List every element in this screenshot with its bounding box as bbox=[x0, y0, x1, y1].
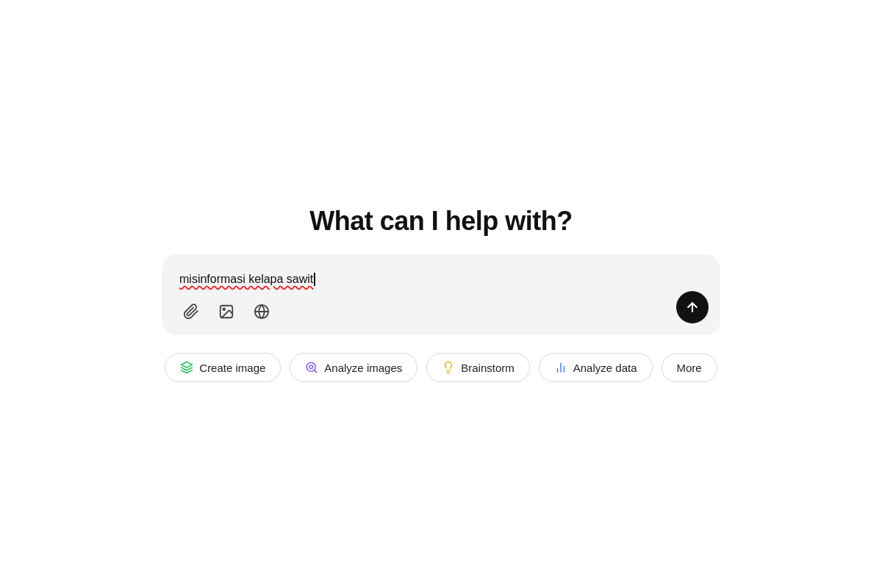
image-icon bbox=[218, 304, 234, 320]
analyze-images-label: Analyze images bbox=[324, 362, 402, 374]
action-chips-row: Create image Analyze images Brainsto bbox=[165, 353, 717, 382]
brainstorm-label: Brainstorm bbox=[461, 362, 514, 374]
more-label: More bbox=[677, 362, 702, 374]
globe-icon bbox=[254, 304, 270, 320]
attach-button[interactable] bbox=[179, 300, 203, 323]
more-chip[interactable]: More bbox=[662, 354, 717, 382]
text-cursor bbox=[314, 273, 315, 286]
input-actions-bar bbox=[179, 300, 703, 323]
svg-line-6 bbox=[315, 370, 317, 372]
input-icon-group bbox=[179, 300, 273, 323]
brainstorm-chip[interactable]: Brainstorm bbox=[426, 353, 530, 382]
svg-point-1 bbox=[223, 308, 225, 310]
analyze-images-chip[interactable]: Analyze images bbox=[290, 353, 417, 382]
attach-icon bbox=[183, 304, 199, 320]
globe-button[interactable] bbox=[250, 300, 273, 323]
analyze-data-label: Analyze data bbox=[573, 362, 637, 374]
input-text-value: misinformasi kelapa sawit bbox=[179, 273, 313, 286]
svg-point-7 bbox=[309, 365, 313, 369]
submit-button[interactable] bbox=[676, 291, 709, 323]
input-box: misinformasi kelapa sawit bbox=[162, 254, 720, 335]
create-image-icon bbox=[180, 361, 193, 374]
main-container: What can I help with? misinformasi kelap… bbox=[147, 206, 735, 382]
create-image-label: Create image bbox=[199, 362, 265, 374]
brainstorm-icon bbox=[442, 361, 455, 374]
analyze-data-chip[interactable]: Analyze data bbox=[539, 353, 653, 382]
analyze-data-icon bbox=[554, 361, 567, 374]
analyze-images-icon bbox=[305, 361, 318, 374]
page-heading: What can I help with? bbox=[309, 206, 573, 237]
submit-arrow-icon bbox=[685, 300, 700, 315]
image-button[interactable] bbox=[215, 300, 238, 323]
create-image-chip[interactable]: Create image bbox=[165, 353, 281, 382]
input-typed-area: misinformasi kelapa sawit bbox=[179, 269, 703, 290]
